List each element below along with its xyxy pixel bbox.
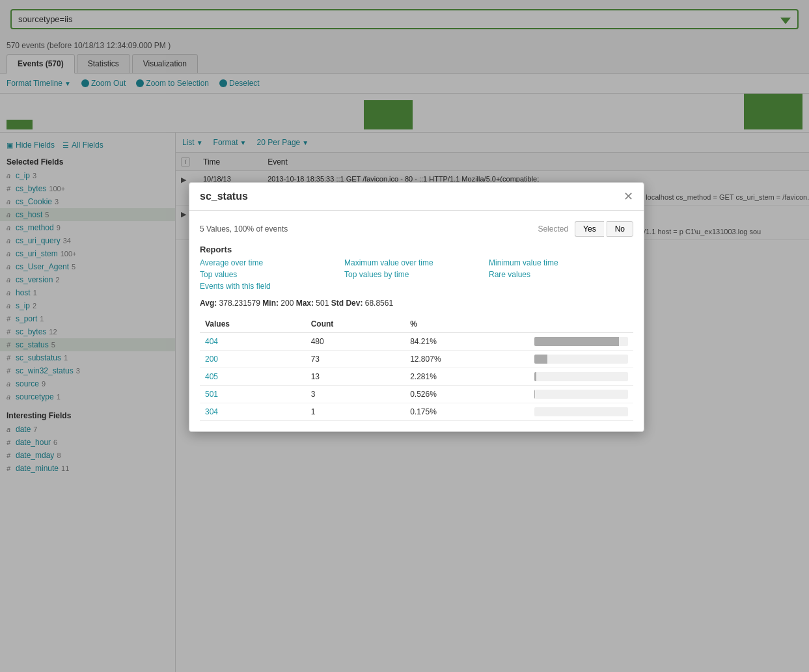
reports-title: Reports	[200, 245, 633, 254]
values-row: 405 13 2.281%	[200, 368, 633, 386]
value-count: 73	[306, 351, 405, 368]
values-col-header: Values	[200, 316, 306, 333]
stats-line: Avg: 378.231579 Min: 200 Max: 501 Std De…	[200, 299, 633, 308]
value-bar	[529, 403, 633, 421]
value-link-304[interactable]: 304	[205, 407, 218, 416]
values-row: 200 73 12.807%	[200, 351, 633, 368]
value-count: 480	[306, 333, 405, 351]
selected-label: Selected	[538, 224, 568, 234]
value-pct: 0.175%	[405, 403, 529, 421]
value-pct: 2.281%	[405, 368, 529, 386]
modal-body: 5 Values, 100% of events Selected Yes No…	[189, 211, 644, 431]
value-count: 3	[306, 386, 405, 403]
value-bar	[529, 333, 633, 351]
value-link-404[interactable]: 404	[205, 337, 218, 346]
modal-summary: 5 Values, 100% of events Selected Yes No	[200, 221, 633, 237]
value-bar	[529, 368, 633, 386]
modal-header: sc_status ✕	[189, 183, 644, 211]
value-link-405[interactable]: 405	[205, 372, 218, 381]
values-table: Values Count % 404 480 84.21% 200 73 12.…	[200, 316, 633, 421]
modal-sc-status: sc_status ✕ 5 Values, 100% of events Sel…	[189, 182, 644, 432]
value-bar	[529, 386, 633, 403]
value-pct: 84.21%	[405, 333, 529, 351]
modal-title: sc_status	[200, 191, 248, 202]
value-pct: 0.526%	[405, 386, 529, 403]
value-link-200[interactable]: 200	[205, 355, 218, 364]
values-row: 501 3 0.526%	[200, 386, 633, 403]
rare-values-link[interactable]: Rare values	[489, 270, 633, 279]
selected-buttons: Selected Yes No	[538, 221, 633, 237]
value-count: 13	[306, 368, 405, 386]
modal-close-button[interactable]: ✕	[624, 191, 633, 202]
selected-yes-button[interactable]: Yes	[575, 221, 604, 237]
value-pct: 12.807%	[405, 351, 529, 368]
pct-col-header: %	[405, 316, 529, 333]
selected-no-button[interactable]: No	[607, 221, 633, 237]
stats-text: Avg: 378.231579 Min: 200 Max: 501 Std De…	[200, 299, 393, 308]
top-values-link[interactable]: Top values	[200, 270, 344, 279]
value-count: 1	[306, 403, 405, 421]
avg-over-time-link[interactable]: Average over time	[200, 258, 344, 267]
modal-summary-text: 5 Values, 100% of events	[200, 224, 288, 234]
value-bar	[529, 351, 633, 368]
value-link-501[interactable]: 501	[205, 390, 218, 399]
reports-links: Average over time Maximum value over tim…	[200, 258, 633, 291]
count-col-header: Count	[306, 316, 405, 333]
values-tbody: 404 480 84.21% 200 73 12.807% 405 13 2.2…	[200, 333, 633, 421]
events-with-field-link[interactable]: Events with this field	[200, 282, 344, 291]
values-row: 404 480 84.21%	[200, 333, 633, 351]
max-value-over-time-link[interactable]: Maximum value over time	[344, 258, 489, 267]
reports-section: Reports Average over time Maximum value …	[200, 245, 633, 291]
bar-col-header	[529, 316, 633, 333]
modal-overlay[interactable]: sc_status ✕ 5 Values, 100% of events Sel…	[0, 0, 809, 672]
top-values-by-time-link[interactable]: Top values by time	[344, 270, 489, 279]
min-value-time-link[interactable]: Minimum value time	[489, 258, 633, 267]
values-row: 304 1 0.175%	[200, 403, 633, 421]
